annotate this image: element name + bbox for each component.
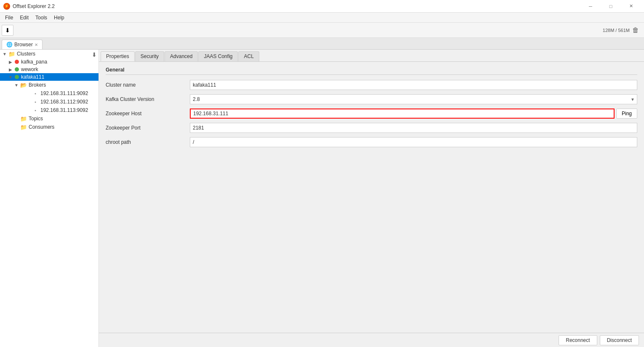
wework-status-dot [15, 67, 19, 72]
brokers-toggle: ▼ [13, 83, 19, 87]
minimize-button[interactable]: ─ [581, 0, 600, 13]
ping-button[interactable]: Ping [616, 109, 637, 119]
kafka-version-label: Kafka Cluster Version [106, 96, 190, 102]
brokers-folder-icon: 📂 [20, 82, 27, 88]
topics-folder-icon: 📁 [20, 115, 27, 122]
tree-node-consumers[interactable]: 📁 Consumers [0, 123, 98, 131]
tab-properties[interactable]: Properties [101, 51, 135, 61]
consumers-folder-icon: 📁 [20, 124, 27, 130]
tab-acl[interactable]: ACL [238, 51, 259, 61]
toolbar: ⬇ 128M / 561M 🗑 [0, 23, 644, 38]
menu-bar: File Edit Tools Help [0, 13, 644, 23]
wework-label: wework [20, 66, 38, 72]
broker1-icon: ▪ [32, 90, 39, 97]
tab-bar: 🌐 Browser ✕ [0, 38, 644, 50]
browser-tab-icon: 🌐 [6, 42, 13, 48]
broker2-icon: ▪ [32, 98, 39, 105]
cluster-name-label: Cluster name [106, 82, 190, 88]
tree-node-kafaka111[interactable]: ▼ kafaka111 [0, 73, 98, 81]
memory-label: 128M / 561M [603, 28, 630, 33]
kafka-version-select-wrapper: 2.8 2.7 2.6 2.5 2.4 ▼ [190, 94, 637, 104]
topics-label: Topics [28, 116, 43, 122]
broker1-label: 192.168.31.111:9092 [40, 90, 88, 96]
browser-tab[interactable]: 🌐 Browser ✕ [2, 40, 43, 49]
tab-security[interactable]: Security [135, 51, 164, 61]
menu-tools[interactable]: Tools [32, 14, 51, 21]
kafaka111-status-dot [15, 75, 19, 79]
menu-edit[interactable]: Edit [16, 14, 32, 21]
kafka-pana-status-dot [15, 60, 19, 64]
consumers-label: Consumers [28, 124, 54, 130]
form-area: General Cluster name Kafka Cluster Versi… [99, 62, 644, 333]
zookeeper-host-label: Zookeeper Host [106, 111, 190, 117]
toolbar-download-button[interactable]: ⬇ [2, 25, 13, 36]
menu-help[interactable]: Help [51, 14, 68, 21]
kafka-pana-toggle: ▶ [8, 60, 13, 64]
tree-node-broker2[interactable]: ▪ 192.168.31.112:9092 [0, 98, 98, 106]
tab-jaas-config[interactable]: JAAS Config [198, 51, 238, 61]
form-row-kafka-version: Kafka Cluster Version 2.8 2.7 2.6 2.5 2.… [106, 94, 637, 104]
zookeeper-port-input[interactable] [190, 123, 637, 133]
broker3-icon: ▪ [32, 107, 39, 114]
toolbar-right: 128M / 561M 🗑 [603, 26, 642, 34]
clusters-folder-icon: 📁 [8, 50, 15, 57]
tab-advanced[interactable]: Advanced [165, 51, 198, 61]
tree-node-clusters[interactable]: ▼ 📁 Clusters [0, 50, 98, 58]
zookeeper-host-input-group: Ping [190, 109, 637, 119]
main-area: ⬇ ▼ 📁 Clusters ▶ kafka_pana ▶ wework ▼ k… [0, 50, 644, 347]
bottom-bar: Reconnect Disconnect [99, 333, 644, 347]
broker2-label: 192.168.31.112:9092 [40, 99, 88, 105]
tree-node-brokers[interactable]: ▼ 📂 Brokers [0, 81, 98, 89]
clusters-toggle: ▼ [2, 52, 8, 56]
sidebar-scroll-icon[interactable]: ⬇ [92, 51, 97, 58]
brokers-label: Brokers [28, 82, 46, 88]
title-bar-controls: ─ □ ✕ [581, 0, 641, 13]
tree-node-topics[interactable]: 📁 Topics [0, 114, 98, 123]
tree-node-kafka-pana[interactable]: ▶ kafka_pana [0, 58, 98, 66]
menu-file[interactable]: File [2, 14, 16, 21]
kafka-pana-label: kafka_pana [20, 59, 47, 65]
tree-node-broker1[interactable]: ▪ 192.168.31.111:9092 [0, 89, 98, 98]
browser-tab-label: Browser [14, 42, 33, 48]
chroot-path-input[interactable] [190, 137, 637, 147]
sidebar: ⬇ ▼ 📁 Clusters ▶ kafka_pana ▶ wework ▼ k… [0, 50, 99, 347]
content-panel: Properties Security Advanced JAAS Config… [99, 50, 644, 347]
section-title: General [106, 67, 637, 75]
wework-toggle: ▶ [8, 67, 13, 72]
title-bar: ⚡ Offset Explorer 2.2 ─ □ ✕ [0, 0, 644, 13]
form-row-zookeeper-port: Zookeeper Port [106, 123, 637, 133]
broker3-label: 192.168.31.113:9092 [40, 107, 88, 113]
clusters-label: Clusters [16, 51, 35, 57]
title-bar-left: ⚡ Offset Explorer 2.2 [3, 3, 55, 10]
form-row-chroot-path: chroot path [106, 137, 637, 147]
form-row-zookeeper-host: Zookeeper Host Ping [106, 109, 637, 119]
kafka-version-select[interactable]: 2.8 2.7 2.6 2.5 2.4 [190, 94, 637, 104]
trash-icon[interactable]: 🗑 [632, 26, 639, 34]
reconnect-button[interactable]: Reconnect [559, 335, 597, 345]
zookeeper-port-label: Zookeeper Port [106, 125, 190, 131]
maximize-button[interactable]: □ [601, 0, 620, 13]
form-row-cluster-name: Cluster name [106, 80, 637, 90]
tree-node-wework[interactable]: ▶ wework [0, 66, 98, 73]
tree-node-broker3[interactable]: ▪ 192.168.31.113:9092 [0, 106, 98, 114]
app-title: Offset Explorer 2.2 [13, 3, 55, 9]
cluster-name-input[interactable] [190, 80, 637, 90]
disconnect-button[interactable]: Disconnect [600, 335, 639, 345]
app-icon: ⚡ [3, 3, 10, 10]
zookeeper-host-input[interactable] [190, 109, 615, 119]
close-button[interactable]: ✕ [621, 0, 641, 13]
inner-tabs: Properties Security Advanced JAAS Config… [99, 50, 644, 62]
kafaka111-label: kafaka111 [20, 74, 44, 80]
toolbar-left: ⬇ [2, 25, 13, 36]
browser-tab-close[interactable]: ✕ [35, 42, 38, 47]
kafaka111-toggle: ▼ [8, 75, 13, 79]
chroot-path-label: chroot path [106, 139, 190, 145]
